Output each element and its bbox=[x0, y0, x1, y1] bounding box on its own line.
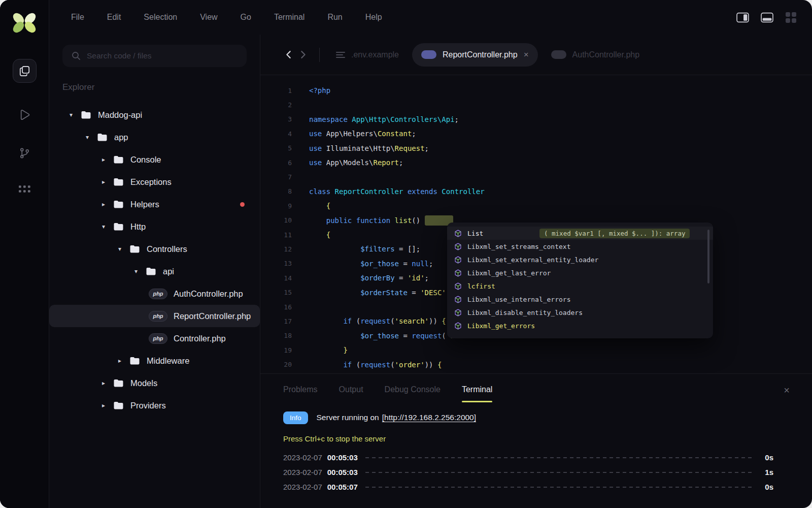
tree-item-controller-php[interactable]: phpController.php bbox=[49, 327, 260, 350]
caret-down-icon[interactable]: ▾ bbox=[84, 134, 91, 141]
tree-item-middleware[interactable]: ▸Middleware bbox=[49, 350, 260, 372]
editor-tab-reportcontroller-php[interactable]: ReportController.php× bbox=[412, 43, 538, 67]
tree-item-providers[interactable]: ▸Providers bbox=[49, 394, 260, 417]
caret-right-icon[interactable]: ▸ bbox=[100, 201, 107, 208]
editor-tab-authcontroller-php[interactable]: AuthController.php bbox=[548, 50, 643, 59]
menu-item-selection[interactable]: Selection bbox=[144, 13, 177, 22]
file-tree: ▾Maddog-api▾app▸Console▸Exceptions▸Helpe… bbox=[62, 104, 247, 417]
tree-item-maddog-api[interactable]: ▾Maddog-api bbox=[49, 104, 260, 126]
autocomplete-item-libxml-disable-entity-loaders[interactable]: Libxml_disable_entity_loaders bbox=[447, 306, 713, 319]
autocomplete-item-libxml-set-streams-context[interactable]: Libxml_set_streams_context bbox=[447, 240, 713, 253]
tree-item-helpers[interactable]: ▸Helpers bbox=[49, 193, 260, 215]
autocomplete-item-libxml-get-last-error[interactable]: Libxml_get_last_error bbox=[447, 266, 713, 279]
tree-item-label: Middleware bbox=[147, 356, 189, 366]
close-tab-icon[interactable]: × bbox=[524, 50, 529, 60]
popup-scrollbar[interactable] bbox=[707, 230, 709, 283]
code-text: class ReportController extends Controlle… bbox=[292, 187, 485, 196]
php-file-icon: php bbox=[149, 289, 167, 299]
tree-item-authcontroller-php[interactable]: phpAuthController.php bbox=[49, 282, 260, 305]
autocomplete-item-list[interactable]: List( mixed $var1 [, mixed $... ]): arra… bbox=[447, 227, 713, 240]
tree-item-console[interactable]: ▸Console bbox=[49, 148, 260, 171]
panel-tab-terminal[interactable]: Terminal bbox=[462, 385, 492, 402]
caret-right-icon[interactable]: ▸ bbox=[100, 156, 107, 163]
terminal-info-row: Info Server running on [http://192.168.2… bbox=[283, 407, 773, 428]
log-row: 2023-02-0700:05:070s bbox=[283, 480, 773, 494]
code-text: use App\Models\Report; bbox=[292, 158, 403, 167]
autocomplete-item-libxml-set-external-entity-loader[interactable]: Libxml_set_external_entity_loader bbox=[447, 253, 713, 266]
panel-tab-problems[interactable]: Problems bbox=[283, 385, 318, 402]
code-line: 4use App\Helpers\Constant; bbox=[260, 126, 812, 141]
terminal[interactable]: Info Server running on [http://192.168.2… bbox=[260, 402, 812, 494]
line-number: 7 bbox=[260, 173, 292, 181]
run-button[interactable] bbox=[19, 109, 30, 121]
caret-down-icon[interactable]: ▾ bbox=[100, 223, 107, 230]
navigate-forward-icon[interactable] bbox=[300, 50, 306, 59]
log-duration: 0s bbox=[762, 453, 773, 462]
split-editor-icon[interactable] bbox=[736, 12, 749, 23]
tree-item-label: Maddog-api bbox=[98, 110, 142, 120]
caret-right-icon[interactable]: ▸ bbox=[100, 402, 107, 409]
php-file-icon: php bbox=[149, 311, 167, 322]
toggle-panel-icon[interactable] bbox=[761, 12, 773, 23]
menu-item-view[interactable]: View bbox=[200, 13, 217, 22]
caret-down-icon[interactable]: ▾ bbox=[132, 268, 140, 275]
autocomplete-item-libxml-use-internal-errors[interactable]: Libxml_use_internal_errors bbox=[447, 293, 713, 306]
code-text: { bbox=[292, 231, 330, 239]
line-number: 5 bbox=[260, 144, 292, 152]
menu-item-run[interactable]: Run bbox=[327, 13, 342, 22]
close-panel-icon[interactable]: × bbox=[784, 385, 790, 402]
code-line: 8class ReportController extends Controll… bbox=[260, 184, 812, 199]
caret-down-icon[interactable]: ▾ bbox=[116, 245, 123, 252]
navigate-back-icon[interactable] bbox=[286, 50, 291, 59]
caret-right-icon[interactable]: ▸ bbox=[116, 357, 123, 364]
autocomplete-item-libxml-get-errors[interactable]: Libxml_get_errors bbox=[447, 319, 713, 332]
autocomplete-label: List bbox=[467, 230, 532, 237]
tree-item-models[interactable]: ▸Models bbox=[49, 372, 260, 394]
menu-item-help[interactable]: Help bbox=[365, 13, 382, 22]
layout-grid-icon[interactable] bbox=[785, 12, 797, 23]
code-text: public function list() bbox=[292, 215, 453, 226]
search-input[interactable] bbox=[87, 51, 234, 60]
caret-right-icon[interactable]: ▸ bbox=[100, 379, 107, 387]
code-text: if (request('search')) { bbox=[292, 317, 446, 325]
search-icon bbox=[72, 51, 81, 60]
panel-tab-debug-console[interactable]: Debug Console bbox=[385, 385, 441, 402]
code-editor[interactable]: 1<?php23namespace App\Http\Controllers\A… bbox=[260, 75, 812, 373]
editor-tab-env-example[interactable]: .env.example bbox=[333, 50, 402, 59]
menu-item-edit[interactable]: Edit bbox=[107, 13, 121, 22]
server-url[interactable]: [http://192.168.2.256:2000] bbox=[382, 413, 476, 422]
menu-item-terminal[interactable]: Terminal bbox=[274, 13, 304, 22]
code-text: $or_those = null; bbox=[292, 260, 433, 268]
tree-item-http[interactable]: ▾Http bbox=[49, 215, 260, 238]
menu-item-go[interactable]: Go bbox=[241, 13, 251, 22]
explorer-title: Explorer bbox=[62, 82, 247, 92]
tree-item-label: Providers bbox=[130, 401, 166, 410]
autocomplete-label: Libxml_set_external_entity_loader bbox=[467, 256, 598, 264]
autocomplete-label: lcfirst bbox=[467, 282, 495, 290]
code-text: } bbox=[292, 346, 348, 354]
search-box[interactable] bbox=[62, 45, 247, 67]
panel-tab-output[interactable]: Output bbox=[339, 385, 363, 402]
log-duration: 1s bbox=[762, 468, 773, 477]
autocomplete-item-lcfirst[interactable]: lcfirst bbox=[447, 279, 713, 293]
tree-item-controllers[interactable]: ▾Controllers bbox=[49, 238, 260, 260]
tree-item-reportcontroller-php[interactable]: phpReportController.php bbox=[49, 305, 260, 327]
caret-right-icon[interactable]: ▸ bbox=[100, 178, 107, 185]
code-text: $orderBy = 'id'; bbox=[292, 274, 429, 282]
tree-item-exceptions[interactable]: ▸Exceptions bbox=[49, 171, 260, 193]
editor-tab-bar: .env.exampleReportController.php×AuthCon… bbox=[260, 35, 812, 75]
folder-icon bbox=[113, 379, 124, 388]
explorer-button[interactable] bbox=[13, 59, 37, 83]
tree-item-app[interactable]: ▾app bbox=[49, 126, 260, 148]
symbol-cube-icon bbox=[454, 296, 462, 303]
log-date: 2023-02-07 bbox=[283, 453, 322, 462]
code-text: use App\Helpers\Constant; bbox=[292, 130, 416, 138]
activity-bar bbox=[0, 0, 49, 508]
extensions-button[interactable] bbox=[19, 185, 30, 194]
menu-item-file[interactable]: File bbox=[71, 13, 84, 22]
tree-item-api[interactable]: ▾api bbox=[49, 260, 260, 282]
source-control-button[interactable] bbox=[19, 147, 30, 159]
code-line: 5use Illuminate\Http\Request; bbox=[260, 141, 812, 155]
folder-icon bbox=[129, 357, 140, 365]
caret-down-icon[interactable]: ▾ bbox=[67, 111, 75, 118]
